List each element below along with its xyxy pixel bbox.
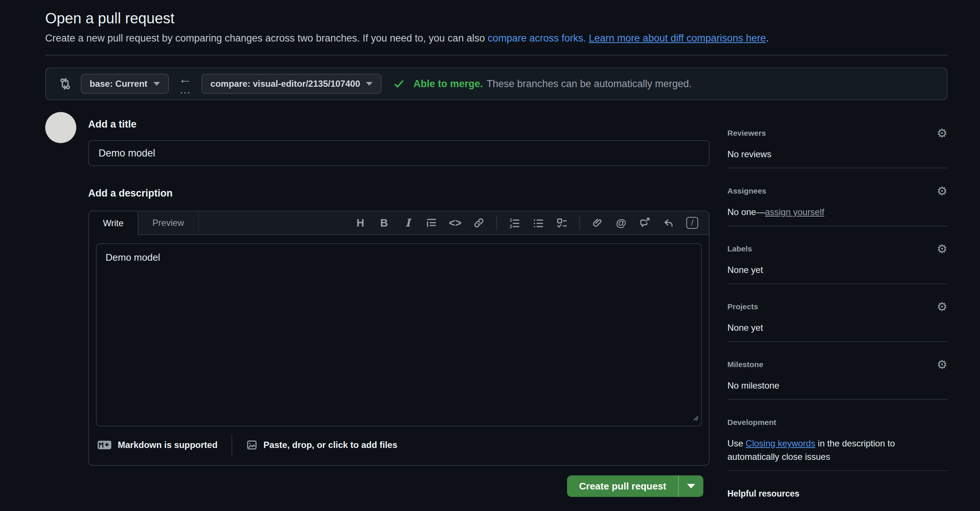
tab-preview[interactable]: Preview [138, 211, 199, 234]
editor-tab-bar: Write Preview H B I <> [89, 211, 709, 235]
community-guidelines-sidebar-link[interactable]: GitHub Community Guidelines [727, 509, 847, 511]
editor-footer: Markdown is supported Paste, drop, or cl… [89, 426, 709, 465]
create-pull-request-button[interactable]: Create pull request [567, 476, 678, 497]
create-pull-request-split-button: Create pull request [567, 476, 703, 497]
projects-body: None yet [727, 321, 947, 334]
code-icon[interactable]: <> [449, 217, 461, 229]
branch-compare-bar: base: Current ← … compare: visual-editor… [45, 67, 947, 100]
chevron-down-icon [366, 82, 372, 86]
mention-icon[interactable]: @ [615, 217, 627, 229]
assignees-body: No one—assign yourself [727, 206, 947, 219]
chevron-down-icon [153, 82, 160, 86]
gear-icon[interactable]: ⚙ [937, 127, 947, 139]
attach-files-label: Paste, drop, or click to add files [263, 440, 397, 450]
assign-yourself-link[interactable]: assign yourself [765, 207, 824, 217]
closing-keywords-link[interactable]: Closing keywords [746, 438, 815, 448]
gear-icon[interactable]: ⚙ [937, 301, 947, 313]
header-divider [45, 55, 947, 56]
development-body: Use Closing keywords in the description … [727, 437, 947, 463]
toolbar-divider [496, 216, 497, 230]
development-title: Development [727, 418, 776, 427]
bullet-list-icon[interactable] [532, 217, 544, 229]
editor-body: Demo model [89, 235, 709, 426]
cross-reference-icon[interactable] [638, 217, 651, 229]
sidebar-section-milestone: Milestone ⚙ No milestone [727, 359, 947, 400]
base-branch-selector[interactable]: base: Current [81, 74, 169, 94]
labels-title: Labels [727, 244, 752, 253]
heading-icon[interactable]: H [354, 217, 367, 229]
subtitle-text: Create a new pull request by comparing c… [45, 33, 488, 44]
projects-title: Projects [727, 302, 758, 311]
milestone-title: Milestone [727, 360, 763, 369]
markdown-supported-link[interactable]: Markdown is supported [97, 440, 217, 450]
sidebar-section-projects: Projects ⚙ None yet [727, 301, 947, 342]
milestone-body: No milestone [727, 379, 947, 392]
compare-branch-selector[interactable]: compare: visual-editor/2135/107400 [202, 74, 382, 94]
page-subtitle: Create a new pull request by comparing c… [45, 31, 947, 45]
compare-branch-label: compare: visual-editor/2135/107400 [210, 78, 360, 89]
slash-command-icon[interactable]: / [686, 217, 698, 229]
sidebar-section-development: Development Use Closing keywords in the … [727, 417, 947, 471]
pull-request-form: Add a title Add a description Write Prev… [88, 112, 710, 511]
resize-grip[interactable] [692, 415, 699, 423]
link-icon[interactable] [473, 217, 485, 229]
compare-across-forks-link[interactable]: compare across forks. [488, 33, 586, 44]
task-list-icon[interactable] [555, 217, 568, 229]
gear-icon[interactable]: ⚙ [937, 185, 947, 197]
editor-toolbar: H B I <> 12 [354, 211, 709, 234]
avatar [45, 112, 76, 143]
helpful-resources-title: Helpful resources [727, 489, 799, 499]
image-icon [246, 439, 258, 450]
diff-comparisons-link[interactable]: Learn more about diff comparisons here [589, 33, 766, 44]
markdown-icon [97, 440, 112, 450]
assignees-title: Assignees [727, 187, 766, 195]
toolbar-divider [579, 216, 580, 230]
form-actions: Create pull request [88, 476, 710, 497]
sidebar-section-assignees: Assignees ⚙ No one—assign yourself [727, 185, 947, 226]
attach-files-button[interactable]: Paste, drop, or click to add files [246, 439, 397, 450]
open-pull-request-page: Open a pull request Create a new pull re… [0, 0, 980, 511]
description-label: Add a description [88, 187, 710, 200]
main-row: Add a title Add a description Write Prev… [45, 112, 947, 511]
merge-status-ok: Able to merge. [413, 78, 483, 89]
reviewers-title: Reviewers [727, 129, 766, 137]
markdown-editor: Write Preview H B I <> [88, 211, 710, 466]
sidebar-section-helpful-resources: Helpful resources GitHub Community Guide… [727, 488, 947, 511]
git-compare-icon [59, 77, 72, 91]
sidebar-section-labels: Labels ⚙ None yet [727, 243, 947, 284]
merge-status: Able to merge.These branches can be auto… [413, 78, 692, 90]
svg-text:1: 1 [510, 218, 512, 223]
ellipsis-icon: … [180, 84, 191, 95]
range-direction-indicator: ← … [178, 72, 192, 95]
markdown-supported-label: Markdown is supported [118, 440, 217, 450]
gear-icon[interactable]: ⚙ [937, 359, 947, 370]
paperclip-icon[interactable] [591, 217, 604, 229]
sidebar-section-reviewers: Reviewers ⚙ No reviews [727, 128, 947, 168]
helpful-resources-body: GitHub Community Guidelines [727, 508, 947, 511]
gear-icon[interactable]: ⚙ [937, 243, 947, 255]
title-input[interactable] [88, 140, 710, 166]
numbered-list-icon[interactable]: 12 [508, 217, 521, 229]
footer-divider [231, 434, 232, 455]
base-branch-label: base: Current [90, 78, 147, 89]
check-icon [393, 78, 404, 89]
svg-text:2: 2 [510, 224, 512, 228]
reviewers-body: No reviews [727, 148, 947, 161]
description-textarea[interactable]: Demo model [96, 243, 702, 426]
caret-down-icon [687, 484, 695, 489]
bold-icon[interactable]: B [378, 217, 390, 229]
merge-status-detail: These branches can be automatically merg… [487, 78, 692, 89]
sidebar: Reviewers ⚙ No reviews Assignees ⚙ No on… [727, 112, 947, 511]
title-label: Add a title [88, 118, 710, 131]
italic-icon[interactable]: I [401, 217, 414, 229]
page-title: Open a pull request [45, 10, 947, 27]
labels-body: None yet [727, 263, 947, 277]
reply-icon[interactable] [662, 217, 675, 229]
quote-icon[interactable] [425, 217, 438, 229]
create-pull-request-dropdown[interactable] [678, 476, 703, 497]
tab-write[interactable]: Write [89, 211, 138, 235]
